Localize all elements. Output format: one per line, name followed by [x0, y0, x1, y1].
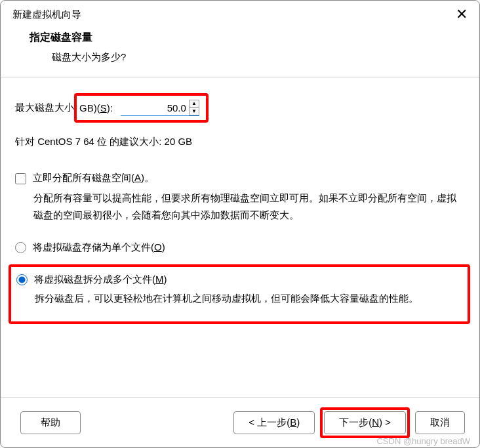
disk-size-label: 最大磁盘大小 [15, 102, 74, 114]
next-button[interactable]: 下一步(N) > [324, 411, 406, 434]
help-button[interactable]: 帮助 [20, 411, 81, 434]
store-split-description: 拆分磁盘后，可以更轻松地在计算机之间移动虚拟机，但可能会降低大容量磁盘的性能。 [35, 290, 462, 307]
store-split-radio[interactable] [16, 274, 28, 285]
disk-size-unit: GB)(S): [79, 102, 113, 113]
page-heading: 指定磁盘容量 [30, 31, 468, 45]
allocate-now-row[interactable]: 立即分配所有磁盘空间(A)。 [15, 172, 465, 184]
spinner-down-icon[interactable]: ▼ [190, 108, 199, 115]
spinner-arrows: ▲ ▼ [189, 100, 199, 115]
titlebar: 新建虚拟机向导 ✕ [1, 1, 479, 26]
disk-size-spinner: ▲ ▼ [121, 100, 199, 116]
store-split-label: 将虚拟磁盘拆分成多个文件(M) [34, 274, 167, 286]
content-area: 最大磁盘大小 GB)(S): ▲ ▼ 针对 CentOS 7 64 位 的建议大… [1, 77, 479, 331]
disk-size-input[interactable] [121, 100, 189, 115]
disk-size-highlight: GB)(S): ▲ ▼ [74, 93, 209, 123]
allocate-now-checkbox[interactable] [15, 173, 26, 184]
spinner-up-icon[interactable]: ▲ [190, 100, 199, 108]
back-button[interactable]: < 上一步(B) [233, 411, 315, 434]
page-subheading: 磁盘大小为多少? [30, 51, 468, 64]
next-button-highlight: 下一步(N) > [320, 407, 410, 438]
footer: 帮助 < 上一步(B) 下一步(N) > 取消 [1, 397, 479, 447]
header-section: 指定磁盘容量 磁盘大小为多少? [1, 26, 479, 77]
store-split-highlight: 将虚拟磁盘拆分成多个文件(M) 拆分磁盘后，可以更轻松地在计算机之间移动虚拟机，… [9, 264, 470, 324]
recommended-size-text: 针对 CentOS 7 64 位 的建议大小: 20 GB [15, 136, 465, 148]
store-single-radio[interactable] [15, 242, 26, 253]
close-icon[interactable]: ✕ [453, 6, 470, 23]
disk-size-row: 最大磁盘大小 GB)(S): ▲ ▼ [15, 93, 465, 123]
wizard-dialog: 新建虚拟机向导 ✕ 指定磁盘容量 磁盘大小为多少? 最大磁盘大小 GB)(S):… [0, 0, 480, 448]
allocate-now-label: 立即分配所有磁盘空间(A)。 [33, 172, 154, 184]
allocate-now-description: 分配所有容量可以提高性能，但要求所有物理磁盘空间立即可用。如果不立即分配所有空间… [33, 190, 465, 223]
cancel-button[interactable]: 取消 [415, 411, 465, 434]
dialog-title: 新建虚拟机向导 [12, 9, 81, 21]
store-single-label: 将虚拟磁盘存储为单个文件(O) [33, 241, 165, 254]
store-single-row[interactable]: 将虚拟磁盘存储为单个文件(O) [15, 241, 465, 254]
store-split-row[interactable]: 将虚拟磁盘拆分成多个文件(M) [16, 274, 462, 286]
